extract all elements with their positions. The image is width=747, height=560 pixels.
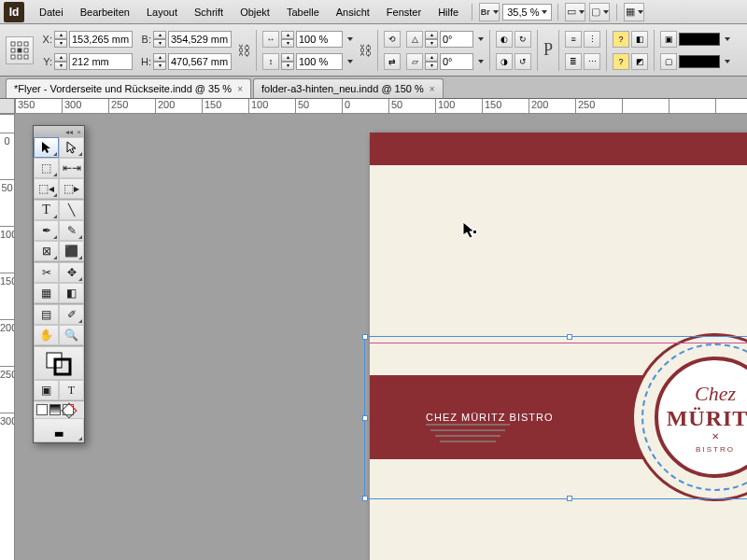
corner-icon[interactable]: ◧ [631, 31, 648, 48]
toolbox-header[interactable]: ◂◂× [34, 126, 84, 137]
menu-bearbeiten[interactable]: Bearbeiten [73, 3, 137, 21]
stroke-icon[interactable]: ▢ [660, 53, 677, 70]
zoom-level[interactable]: 35,5 % [502, 4, 552, 21]
pencil-tool[interactable]: ✎ [59, 220, 84, 241]
menu-fenster[interactable]: Fenster [379, 3, 429, 21]
pen-tool[interactable]: ✒ [34, 220, 59, 241]
menu-hilfe[interactable]: Hilfe [430, 3, 466, 21]
free-transform-tool[interactable]: ✥ [59, 262, 84, 283]
scale-y-input[interactable]: 100 % [296, 53, 343, 70]
view-options-icon[interactable]: ▭ [565, 3, 585, 21]
menu-layout[interactable]: Layout [139, 3, 185, 21]
distr-icon2[interactable]: ⋯ [584, 53, 600, 70]
w-input[interactable]: 354,529 mm [168, 31, 232, 48]
formatting-text-icon[interactable]: T [59, 380, 84, 400]
separator [616, 4, 617, 21]
fill-stroke-swap[interactable] [34, 346, 84, 380]
svg-rect-5 [24, 49, 28, 52]
link-icon[interactable]: ⛓ [237, 43, 250, 58]
stroke-swatch[interactable] [679, 55, 720, 68]
p-icon[interactable]: P [543, 40, 553, 60]
canvas[interactable]: CHEZ MÜRITZ BISTRO Chez MÜRITZ ✕ BISTRO [15, 114, 747, 560]
tab-flyer[interactable]: *Flyer - Vorderseite und Rückseite.indd … [6, 78, 251, 98]
arrange-icon[interactable]: ▦ [624, 3, 644, 21]
reference-point-icon[interactable] [6, 36, 34, 64]
scale-y-icon: ↕ [262, 53, 279, 70]
document-tabs: *Flyer - Vorderseite und Rückseite.indd … [0, 77, 747, 99]
content-collector-tool[interactable]: ⬚◂ [34, 178, 59, 199]
selection-tool[interactable] [34, 137, 59, 158]
page-tool[interactable]: ⬚ [34, 158, 59, 178]
gap-tool[interactable]: ⇤⇥ [59, 158, 84, 178]
scissors-tool[interactable]: ✂ [34, 262, 59, 283]
svg-rect-3 [11, 49, 15, 52]
rectangle-tool[interactable]: ⬛ [59, 241, 84, 261]
close-icon[interactable]: × [237, 84, 243, 94]
rectangle-frame-tool[interactable]: ⊠ [34, 241, 59, 261]
rotate-icon[interactable]: ⟲ [384, 31, 401, 48]
default-swatches[interactable] [34, 401, 84, 418]
type-tool[interactable]: T [34, 200, 59, 220]
x-input[interactable]: 153,265 mm [69, 31, 133, 48]
svg-rect-2 [24, 42, 28, 46]
rotation-input[interactable]: 0° [440, 31, 473, 48]
gradient-feather-tool[interactable]: ◧ [59, 283, 84, 303]
gradient-swatch-tool[interactable]: ▦ [34, 283, 59, 303]
help-icon[interactable]: ? [613, 31, 629, 48]
ruler-horizontal[interactable]: 35030025020015010050050100150200250 [15, 99, 747, 114]
close-icon[interactable]: × [430, 84, 435, 94]
scale-x-icon: ↔ [262, 31, 279, 48]
flip-h-icon[interactable]: ◐ [496, 31, 513, 48]
menu-objekt[interactable]: Objekt [233, 3, 277, 21]
align-icon[interactable]: ≡ [565, 31, 582, 48]
flip-v-icon[interactable]: ◑ [496, 53, 513, 70]
y-label: Y: [39, 56, 52, 67]
line-tool[interactable]: ╲ [59, 200, 84, 220]
ruler-origin[interactable] [0, 99, 15, 114]
fill-swatch[interactable] [679, 33, 720, 46]
rotate-ccw-icon[interactable]: ↺ [514, 53, 531, 70]
h-label: H: [138, 56, 151, 67]
distr-icon[interactable]: ⋮ [584, 31, 600, 48]
rotate-cw-icon[interactable]: ↻ [514, 31, 531, 48]
app-icon: Id [4, 2, 24, 22]
menu-ansicht[interactable]: Ansicht [329, 3, 377, 21]
eyedropper-tool[interactable]: ✐ [59, 304, 84, 325]
selection-frame[interactable] [364, 336, 747, 499]
h-input[interactable]: 470,567 mm [168, 53, 232, 70]
shear-input[interactable]: 0° [440, 53, 473, 70]
align-icon2[interactable]: ≣ [565, 53, 582, 70]
menu-schrift[interactable]: Schrift [187, 3, 231, 21]
flip-icon[interactable]: ⇄ [384, 53, 401, 70]
menu-datei[interactable]: Datei [32, 3, 71, 21]
svg-rect-7 [18, 55, 21, 59]
x-label: X: [39, 34, 52, 45]
hand-tool[interactable]: ✋ [34, 325, 59, 345]
zoom-tool[interactable]: 🔍 [59, 325, 84, 345]
bridge-button[interactable]: Br [479, 3, 500, 21]
screen-mode-tool[interactable]: ▃ [34, 418, 84, 442]
toolbox[interactable]: ◂◂× ⬚ ⇤⇥ ⬚◂ ⬚▸ T ╲ ✒ ✎ ⊠ ⬛ ✂ ✥ ▦ ◧ ▤ ✐ ✋… [33, 125, 85, 443]
ruler-vertical[interactable]: 050100150200250300 [0, 114, 15, 560]
scale-x-input[interactable]: 100 % [296, 31, 343, 48]
w-label: B: [138, 34, 151, 45]
fill-icon[interactable]: ▣ [660, 31, 677, 48]
help-icon2[interactable]: ? [613, 53, 629, 70]
document-page[interactable]: CHEZ MÜRITZ BISTRO Chez MÜRITZ ✕ BISTRO [370, 133, 747, 560]
page-header-bar [370, 133, 747, 165]
svg-rect-4 [18, 49, 21, 52]
content-placer-tool[interactable]: ⬚▸ [59, 178, 84, 199]
formatting-container-icon[interactable]: ▣ [34, 380, 59, 400]
screen-mode-icon[interactable]: ▢ [589, 3, 610, 21]
svg-rect-8 [24, 55, 28, 59]
tab-folder[interactable]: folder-a3-hinten_neu.indd @ 150 %× [253, 78, 444, 98]
direct-selection-tool[interactable] [59, 137, 84, 158]
link-icon[interactable]: ⛓ [359, 43, 372, 58]
effects-icon[interactable]: ◩ [631, 53, 648, 70]
separator [557, 4, 558, 21]
menu-tabelle[interactable]: Tabelle [279, 3, 327, 21]
svg-rect-1 [18, 42, 21, 46]
note-tool[interactable]: ▤ [34, 304, 59, 325]
y-input[interactable]: 212 mm [69, 53, 133, 70]
guide-line[interactable] [370, 343, 747, 343]
